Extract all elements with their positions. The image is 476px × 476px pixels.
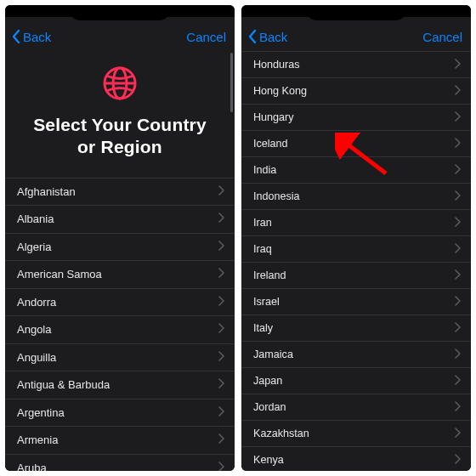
- country-label: Iceland: [253, 138, 288, 150]
- country-row[interactable]: Iran: [241, 209, 471, 235]
- back-label: Back: [259, 30, 287, 44]
- globe-icon: [101, 65, 139, 105]
- page-title: Select Your Country or Region: [22, 114, 218, 159]
- country-row[interactable]: Iraq: [241, 235, 471, 262]
- country-label: India: [253, 164, 276, 176]
- country-row[interactable]: Armenia: [5, 426, 235, 454]
- country-label: Argentina: [17, 406, 65, 419]
- chevron-right-icon: [454, 269, 461, 282]
- chevron-right-icon: [454, 454, 461, 467]
- country-label: Anguilla: [17, 351, 56, 364]
- country-row[interactable]: Algeria: [5, 233, 235, 261]
- country-row[interactable]: Andorra: [5, 288, 235, 316]
- country-row[interactable]: Antigua & Barbuda: [5, 371, 235, 399]
- notch: [305, 5, 407, 20]
- chevron-right-icon: [218, 268, 224, 280]
- chevron-right-icon: [454, 401, 461, 414]
- chevron-right-icon: [218, 241, 224, 253]
- nav-bar: Back Cancel: [5, 17, 235, 51]
- cancel-button[interactable]: Cancel: [186, 30, 226, 44]
- phone-screenshot-left: Back Cancel Select Your: [5, 5, 235, 471]
- country-label: Italy: [253, 322, 273, 334]
- country-row[interactable]: Iceland: [241, 130, 471, 156]
- country-list: HondurasHong KongHungaryIcelandIndiaIndo…: [241, 51, 471, 471]
- chevron-right-icon: [454, 322, 461, 335]
- chevron-right-icon: [454, 138, 461, 150]
- scroll-indicator[interactable]: [230, 53, 233, 112]
- country-row[interactable]: Israel: [241, 288, 471, 314]
- country-label: American Samoa: [17, 268, 102, 280]
- country-row[interactable]: Italy: [241, 314, 471, 341]
- hero: Select Your Country or Region: [5, 51, 235, 178]
- country-row[interactable]: Hong Kong: [241, 77, 471, 104]
- notch: [69, 5, 171, 20]
- chevron-right-icon: [454, 296, 461, 309]
- chevron-right-icon: [218, 378, 224, 391]
- country-label: Indonesia: [253, 190, 300, 202]
- cancel-button[interactable]: Cancel: [422, 30, 462, 44]
- country-row[interactable]: Argentina: [5, 399, 235, 427]
- chevron-right-icon: [218, 462, 224, 471]
- chevron-right-icon: [218, 185, 224, 198]
- nav-bar: Back Cancel: [241, 17, 471, 51]
- country-label: Ireland: [253, 269, 286, 281]
- country-row[interactable]: Jordan: [241, 394, 471, 420]
- back-button[interactable]: Back: [10, 29, 51, 44]
- chevron-right-icon: [454, 375, 461, 388]
- chevron-right-icon: [454, 190, 461, 203]
- cancel-label: Cancel: [186, 30, 226, 44]
- country-row[interactable]: Hungary: [241, 104, 471, 130]
- chevron-right-icon: [454, 243, 461, 256]
- chevron-right-icon: [218, 323, 224, 336]
- chevron-left-icon: [246, 29, 258, 44]
- country-row[interactable]: Albania: [5, 205, 235, 233]
- phone-screenshot-right: Back Cancel HondurasHong KongHungaryIcel…: [241, 5, 471, 471]
- chevron-right-icon: [454, 111, 461, 124]
- country-label: Iraq: [253, 243, 272, 255]
- cancel-label: Cancel: [422, 30, 462, 44]
- chevron-right-icon: [454, 59, 461, 71]
- country-row[interactable]: Kenya: [241, 446, 471, 471]
- country-label: Israel: [253, 296, 280, 308]
- chevron-right-icon: [454, 164, 461, 177]
- country-label: Iran: [253, 217, 272, 229]
- country-label: Hungary: [253, 111, 294, 123]
- country-label: Jamaica: [253, 348, 293, 360]
- chevron-right-icon: [454, 85, 461, 98]
- content-area: Select Your Country or Region Afghanista…: [5, 51, 235, 471]
- country-label: Albania: [17, 212, 54, 225]
- country-label: Jordan: [253, 401, 286, 413]
- country-label: Armenia: [17, 434, 58, 446]
- chevron-right-icon: [218, 406, 224, 419]
- country-label: Kenya: [253, 454, 284, 466]
- chevron-right-icon: [454, 428, 461, 440]
- country-list: AfghanistanAlbaniaAlgeriaAmerican SamoaA…: [5, 178, 235, 472]
- chevron-right-icon: [218, 434, 224, 446]
- country-row[interactable]: American Samoa: [5, 260, 235, 288]
- country-row[interactable]: Indonesia: [241, 183, 471, 209]
- country-row[interactable]: Aruba: [5, 454, 235, 472]
- country-label: Aruba: [17, 462, 47, 471]
- country-label: Andorra: [17, 296, 56, 309]
- country-label: Afghanistan: [17, 185, 76, 198]
- country-row[interactable]: Honduras: [241, 51, 471, 77]
- country-label: Kazakhstan: [253, 428, 309, 439]
- chevron-right-icon: [454, 348, 461, 361]
- country-row[interactable]: Japan: [241, 367, 471, 394]
- country-row[interactable]: Ireland: [241, 262, 471, 288]
- country-label: Hong Kong: [253, 85, 307, 97]
- country-row[interactable]: Jamaica: [241, 341, 471, 367]
- country-row[interactable]: Kazakhstan: [241, 420, 471, 446]
- country-row[interactable]: Afghanistan: [5, 178, 235, 206]
- back-button[interactable]: Back: [246, 29, 287, 44]
- content-area: HondurasHong KongHungaryIcelandIndiaIndo…: [241, 51, 471, 471]
- chevron-left-icon: [10, 29, 22, 44]
- chevron-right-icon: [454, 217, 461, 230]
- country-row[interactable]: Anguilla: [5, 343, 235, 371]
- country-label: Angola: [17, 323, 51, 336]
- chevron-right-icon: [218, 296, 224, 309]
- country-row[interactable]: India: [241, 156, 471, 183]
- chevron-right-icon: [218, 351, 224, 364]
- country-row[interactable]: Angola: [5, 315, 235, 343]
- country-label: Japan: [253, 375, 282, 387]
